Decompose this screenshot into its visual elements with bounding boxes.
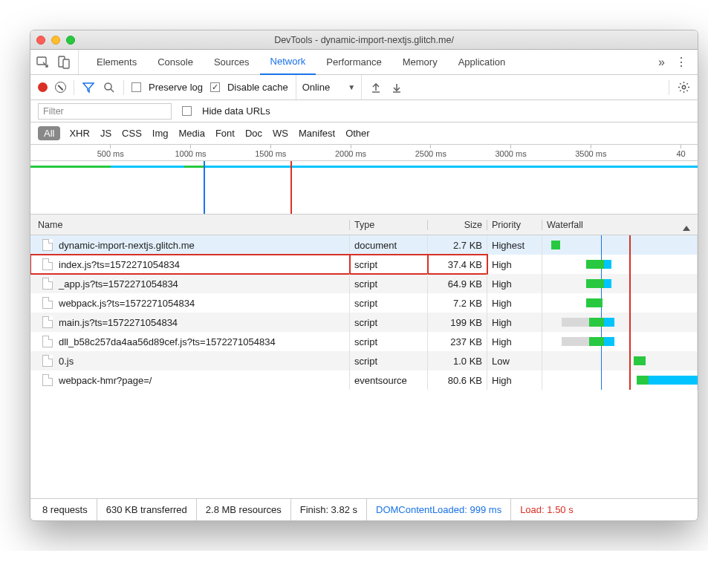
ruler-tick: 3500 ms	[575, 145, 606, 158]
category-other[interactable]: Other	[345, 128, 370, 139]
category-ws[interactable]: WS	[273, 128, 288, 139]
ruler-tick: 2000 ms	[335, 145, 366, 158]
column-priority[interactable]: Priority	[487, 220, 542, 230]
status-transferred: 630 KB transferred	[97, 499, 197, 520]
request-size: 64.9 KB	[428, 274, 487, 293]
request-name: index.js?ts=1572271054834	[59, 259, 180, 270]
search-icon[interactable]	[103, 81, 116, 94]
request-name: _app.js?ts=1572271054834	[59, 278, 178, 290]
waterfall-segment	[604, 337, 614, 346]
dcl-marker	[204, 161, 205, 214]
column-waterfall-label: Waterfall	[547, 220, 583, 230]
waterfall-segment	[604, 260, 611, 269]
category-manifest[interactable]: Manifest	[299, 128, 335, 139]
request-size: 7.2 KB	[428, 293, 487, 313]
file-icon	[42, 239, 53, 251]
request-size: 1.0 KB	[428, 351, 487, 370]
requests-table-body: dynamic-import-nextjs.glitch.medocument2…	[30, 235, 698, 498]
request-waterfall	[542, 351, 698, 370]
ruler-tick: 2500 ms	[415, 145, 446, 158]
request-priority: High	[487, 293, 542, 313]
tab-elements[interactable]: Elements	[86, 50, 147, 75]
ruler-tick: 40	[676, 145, 685, 158]
request-row[interactable]: 0.jsscript1.0 KBLow	[30, 351, 698, 370]
file-icon	[42, 278, 53, 290]
clear-icon[interactable]	[55, 82, 66, 93]
ruler-tick: 3000 ms	[495, 145, 526, 158]
request-row[interactable]: dll_b58c257da4aa56d89cef.js?ts=157227105…	[30, 332, 698, 351]
status-domcontentloaded: DOMContentLoaded: 999 ms	[367, 499, 511, 520]
tabs-overflow-icon[interactable]: »	[658, 56, 665, 69]
load-marker	[629, 332, 631, 351]
request-name: main.js?ts=1572271054834	[59, 317, 178, 328]
request-size: 237 KB	[428, 332, 487, 351]
preserve-log-checkbox[interactable]	[131, 82, 141, 92]
tab-memory[interactable]: Memory	[392, 50, 448, 75]
filter-input[interactable]	[38, 103, 172, 120]
waterfall-segment	[586, 279, 604, 288]
status-requests: 8 requests	[33, 499, 97, 520]
request-name: dynamic-import-nextjs.glitch.me	[59, 240, 195, 251]
load-marker	[629, 235, 631, 255]
load-marker	[629, 370, 631, 390]
request-row[interactable]: dynamic-import-nextjs.glitch.medocument2…	[30, 235, 698, 255]
devtools-window: DevTools - dynamic-import-nextjs.glitch.…	[30, 30, 698, 521]
settings-gear-icon[interactable]	[677, 81, 690, 94]
tab-performance[interactable]: Performance	[316, 50, 392, 75]
column-waterfall[interactable]: Waterfall	[542, 220, 698, 230]
category-css[interactable]: CSS	[122, 128, 142, 139]
request-row[interactable]: _app.js?ts=1572271054834script64.9 KBHig…	[30, 274, 698, 293]
status-finish: Finish: 3.82 s	[291, 499, 367, 520]
status-bar: 8 requests 630 KB transferred 2.8 MB res…	[30, 498, 698, 520]
hide-data-urls-label: Hide data URLs	[202, 105, 270, 117]
category-img[interactable]: Img	[152, 128, 169, 139]
tab-network[interactable]: Network	[260, 50, 316, 75]
ruler-tick: 1500 ms	[255, 145, 286, 158]
category-all[interactable]: All	[38, 126, 60, 140]
category-media[interactable]: Media	[178, 128, 204, 139]
request-name: webpack-hmr?page=/	[59, 375, 152, 386]
tab-sources[interactable]: Sources	[204, 50, 260, 75]
record-button[interactable]	[38, 82, 48, 92]
request-row[interactable]: index.js?ts=1572271054834script37.4 KBHi…	[30, 255, 698, 274]
timeline-overview[interactable]	[30, 161, 698, 215]
tab-console[interactable]: Console	[147, 50, 204, 75]
category-font[interactable]: Font	[215, 128, 235, 139]
tab-application[interactable]: Application	[448, 50, 516, 75]
column-name[interactable]: Name	[30, 220, 350, 230]
column-size[interactable]: Size	[428, 220, 487, 230]
request-waterfall	[542, 235, 698, 255]
disable-cache-checkbox[interactable]	[210, 82, 220, 92]
kebab-menu-icon[interactable]: ⋮	[675, 55, 687, 69]
request-waterfall	[542, 255, 698, 274]
window-title: DevTools - dynamic-import-nextjs.glitch.…	[30, 35, 698, 45]
waterfall-segment	[562, 318, 588, 327]
category-xhr[interactable]: XHR	[69, 128, 89, 139]
category-doc[interactable]: Doc	[245, 128, 262, 139]
timeline-ruler[interactable]: 500 ms1000 ms1500 ms2000 ms2500 ms3000 m…	[30, 145, 698, 161]
inspect-element-icon[interactable]	[36, 56, 50, 69]
device-toolbar-icon[interactable]	[57, 56, 71, 69]
file-icon	[42, 316, 53, 328]
upload-har-icon[interactable]	[369, 81, 383, 94]
overview-bar	[204, 166, 698, 168]
svg-point-5	[682, 85, 685, 88]
request-row[interactable]: main.js?ts=1572271054834script199 KBHigh	[30, 313, 698, 332]
column-type[interactable]: Type	[350, 220, 428, 230]
waterfall-segment	[562, 337, 588, 346]
request-waterfall	[542, 332, 698, 351]
request-priority: High	[487, 332, 542, 351]
filter-bar: Hide data URLs	[30, 100, 698, 122]
hide-data-urls-checkbox[interactable]	[182, 106, 192, 116]
request-row[interactable]: webpack-hmr?page=/eventsource80.6 KBHigh	[30, 370, 698, 390]
request-row[interactable]: webpack.js?ts=1572271054834script7.2 KBH…	[30, 293, 698, 313]
throttling-select[interactable]: Online ▼	[296, 75, 362, 99]
download-har-icon[interactable]	[390, 81, 403, 94]
request-priority: Highest	[487, 235, 542, 255]
category-js[interactable]: JS	[100, 128, 111, 139]
filter-icon[interactable]	[82, 81, 95, 94]
resource-category-bar: All XHRJSCSSImgMediaFontDocWSManifestOth…	[30, 122, 698, 145]
waterfall-segment	[634, 356, 646, 365]
svg-line-4	[111, 89, 114, 92]
file-icon	[42, 355, 53, 367]
